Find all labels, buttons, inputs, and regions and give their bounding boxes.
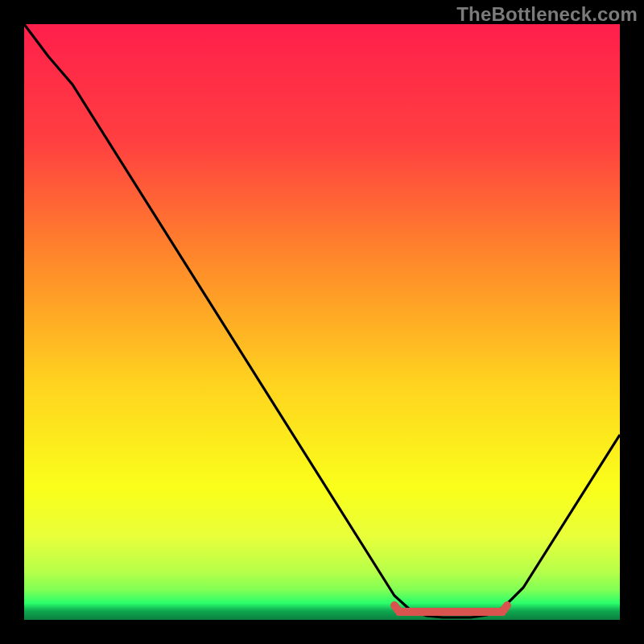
watermark-text: TheBottleneck.com (456, 3, 638, 26)
bottleneck-chart (24, 24, 620, 620)
chart-frame (24, 24, 620, 620)
gradient-background (24, 24, 620, 620)
